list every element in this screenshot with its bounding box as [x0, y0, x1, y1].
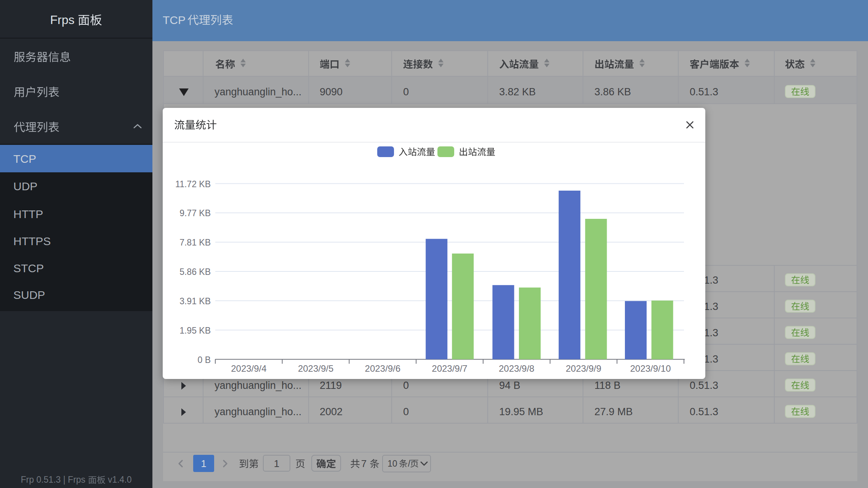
svg-text:2023/9/7: 2023/9/7 [432, 363, 467, 374]
svg-text:2023/9/6: 2023/9/6 [365, 363, 400, 374]
svg-text:3.91 KB: 3.91 KB [179, 296, 211, 306]
svg-text:2023/9/10: 2023/9/10 [630, 363, 671, 374]
svg-text:1.95 KB: 1.95 KB [179, 326, 211, 336]
svg-text:2023/9/5: 2023/9/5 [298, 363, 333, 374]
svg-text:11.72 KB: 11.72 KB [175, 179, 211, 189]
svg-text:5.86 KB: 5.86 KB [179, 267, 211, 277]
svg-text:2023/9/8: 2023/9/8 [499, 363, 534, 374]
svg-text:0 B: 0 B [197, 355, 211, 365]
svg-text:2023/9/4: 2023/9/4 [231, 363, 266, 374]
svg-text:9.77 KB: 9.77 KB [179, 208, 211, 218]
svg-text:2023/9/9: 2023/9/9 [566, 363, 601, 374]
svg-text:7.81 KB: 7.81 KB [179, 238, 211, 247]
